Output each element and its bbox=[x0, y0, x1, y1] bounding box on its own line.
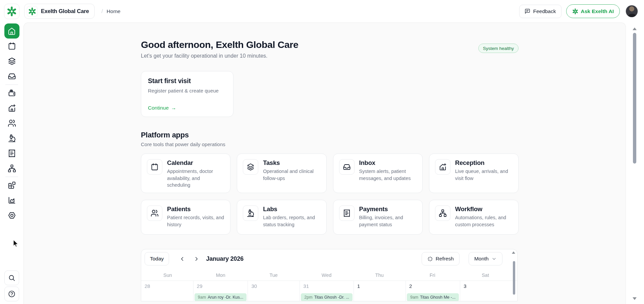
calendar-scroll-up-arrow[interactable] bbox=[512, 251, 515, 254]
scrollbar-gutter bbox=[626, 22, 644, 304]
day-header-wed: Wed bbox=[300, 269, 353, 281]
event-title: Titas Ghosh -Dr. ... bbox=[314, 295, 349, 300]
start-first-visit-card[interactable]: Start first visit Register patient & cre… bbox=[141, 71, 233, 117]
sidebar-item-labs[interactable] bbox=[4, 131, 19, 146]
sidebar-item-inbox[interactable] bbox=[4, 69, 19, 84]
calendar-cell-2[interactable]: 2 9am Titas Ghosh Me -... bbox=[406, 281, 460, 301]
scroll-up-arrow[interactable] bbox=[633, 27, 637, 30]
home-icon bbox=[8, 27, 16, 35]
view-mode-label: Month bbox=[474, 256, 489, 262]
breadcrumb-separator: / bbox=[101, 8, 103, 15]
sidebar-item-tasks[interactable] bbox=[4, 54, 19, 69]
app-card-description: Automations, rules, and custom processes bbox=[455, 214, 513, 228]
sidebar-item-workflow[interactable] bbox=[4, 161, 19, 176]
page-subtitle: Let's get your facility operational in u… bbox=[141, 53, 519, 59]
day-header-sun: Sun bbox=[141, 269, 194, 281]
prev-month-button[interactable] bbox=[176, 252, 188, 265]
app-card-title: Inbox bbox=[359, 159, 417, 167]
sidebar-item-reception[interactable] bbox=[4, 101, 19, 116]
breadcrumb: / Home bbox=[101, 8, 120, 15]
arrow-right-icon: → bbox=[171, 105, 176, 111]
sidebar-item-pharmacy[interactable] bbox=[4, 85, 19, 101]
app-card-title: Patients bbox=[167, 205, 224, 213]
app-card-calendar[interactable]: Calendar Appointments, doctor availabili… bbox=[141, 154, 230, 193]
sidebar-item-home[interactable] bbox=[4, 23, 19, 39]
scrollbar-thumb[interactable] bbox=[633, 33, 636, 164]
ai-asterisk-icon bbox=[572, 8, 578, 14]
refresh-button[interactable]: Refresh bbox=[422, 252, 460, 265]
app-card-tasks[interactable]: Tasks Operational and clinical follow-up… bbox=[237, 154, 326, 193]
ask-exelth-ai-button[interactable]: Ask Exelth AI bbox=[566, 4, 620, 18]
sidebar-search-button[interactable] bbox=[4, 270, 19, 285]
feedback-button[interactable]: Feedback bbox=[519, 5, 561, 18]
workflow-icon bbox=[435, 205, 450, 221]
app-card-labs[interactable]: Labs Lab orders, reports, and status tra… bbox=[237, 200, 326, 235]
cell-date: 29 bbox=[197, 283, 248, 289]
day-header-fri: Fri bbox=[406, 269, 459, 281]
app-card-title: Tasks bbox=[263, 159, 320, 167]
next-month-button[interactable] bbox=[191, 252, 202, 265]
tasks-icon bbox=[8, 57, 16, 65]
cell-date: 31 bbox=[303, 283, 354, 289]
feedback-icon bbox=[525, 8, 530, 14]
labs-icon bbox=[8, 134, 16, 142]
sidebar-item-patients[interactable] bbox=[4, 116, 19, 131]
sidebar-item-apps[interactable] bbox=[4, 178, 19, 193]
event-title: Arun roy -Dr. Kus... bbox=[208, 295, 243, 300]
start-card-title: Start first visit bbox=[148, 77, 226, 85]
app-card-workflow[interactable]: Workflow Automations, rules, and custom … bbox=[429, 200, 519, 235]
continue-link[interactable]: Continue → bbox=[148, 105, 226, 111]
sidebar-item-calendar[interactable] bbox=[4, 39, 19, 54]
app-card-title: Payments bbox=[359, 205, 417, 213]
ask-ai-label: Ask Exelth AI bbox=[581, 8, 614, 14]
sidebar-item-settings[interactable] bbox=[4, 208, 19, 223]
today-button[interactable]: Today bbox=[145, 252, 169, 265]
app-card-payments[interactable]: Payments Billing, invoices, and payment … bbox=[333, 200, 423, 235]
scroll-down-arrow[interactable] bbox=[633, 297, 637, 300]
event-title: Titas Ghosh Me -... bbox=[420, 295, 455, 300]
org-switcher[interactable]: Exelth Global Care bbox=[24, 4, 95, 19]
cell-date: 3 bbox=[464, 283, 512, 289]
calendar-cell-29[interactable]: 29 9am Arun roy -Dr. Kus... bbox=[193, 281, 248, 301]
org-logo-icon bbox=[27, 6, 38, 17]
app-card-title: Workflow bbox=[455, 205, 513, 213]
calendar-icon bbox=[8, 42, 16, 50]
sidebar-help-button[interactable] bbox=[4, 287, 19, 301]
start-card-description: Register patient & create queue bbox=[148, 88, 226, 94]
calendar-event[interactable]: 9am Titas Ghosh Me -... bbox=[407, 293, 459, 301]
calendar-widget: Today January 2026 Refresh Month bbox=[141, 249, 518, 301]
app-card-patients[interactable]: Patients Patient records, visits, and hi… bbox=[141, 200, 230, 235]
calendar-event[interactable]: 2pm Titas Ghosh -Dr. ... bbox=[301, 293, 353, 301]
app-logo-button[interactable] bbox=[4, 4, 19, 19]
platform-apps-subtitle: Core tools that power daily operations bbox=[141, 141, 519, 147]
calendar-toolbar: Today January 2026 Refresh Month bbox=[141, 249, 517, 268]
calendar-cell-3[interactable]: 3 bbox=[460, 281, 512, 301]
system-healthy-badge: System healthy bbox=[478, 44, 519, 53]
view-mode-dropdown[interactable]: Month bbox=[469, 252, 502, 265]
app-card-inbox[interactable]: Inbox System alerts, patient messages, a… bbox=[333, 154, 423, 193]
calendar-scrollbar-thumb[interactable] bbox=[513, 261, 515, 295]
calendar-week-row: 28 29 9am Arun roy -Dr. Kus... 30 31 2pm bbox=[141, 281, 517, 301]
app-card-reception[interactable]: Reception Live queue, arrivals, and visi… bbox=[429, 154, 519, 193]
calendar-cell-31[interactable]: 31 2pm Titas Ghosh -Dr. ... bbox=[300, 281, 354, 301]
event-time: 9am bbox=[410, 295, 418, 300]
sidebar-item-analytics[interactable] bbox=[4, 193, 19, 208]
sidebar-item-payments[interactable] bbox=[4, 146, 19, 161]
sidebar-divider bbox=[5, 177, 18, 177]
app-card-description: Appointments, doctor availability, and s… bbox=[167, 168, 224, 189]
payments-icon bbox=[339, 205, 355, 221]
breadcrumb-home[interactable]: Home bbox=[107, 8, 120, 14]
cell-date: 30 bbox=[251, 283, 300, 289]
calendar-event[interactable]: 9am Arun roy -Dr. Kus... bbox=[195, 293, 247, 301]
continue-label: Continue bbox=[148, 105, 169, 111]
app-card-description: Operational and clinical follow-ups bbox=[263, 168, 320, 182]
calendar-icon bbox=[147, 159, 162, 175]
calendar-cell-28[interactable]: 28 bbox=[141, 281, 193, 301]
cell-date: 2 bbox=[409, 283, 460, 289]
user-avatar[interactable] bbox=[626, 5, 638, 17]
sidebar bbox=[0, 22, 23, 304]
calendar-cell-1[interactable]: 1 bbox=[354, 281, 406, 301]
app-card-description: Lab orders, reports, and status tracking bbox=[263, 214, 320, 228]
analytics-icon bbox=[8, 196, 16, 204]
calendar-cell-30[interactable]: 30 bbox=[248, 281, 300, 301]
